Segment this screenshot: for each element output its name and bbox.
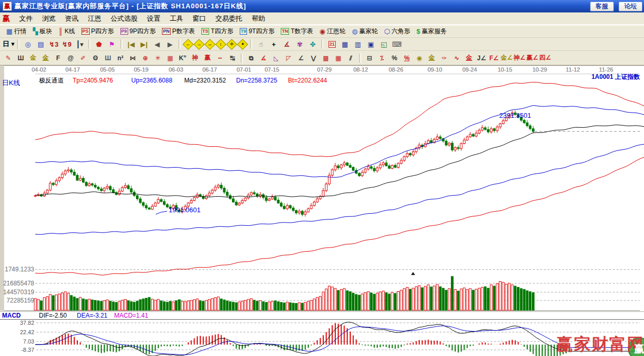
menu-item-gann[interactable]: 江恩 — [83, 13, 106, 24]
toolbar-button-pan-right[interactable]: → — [194, 39, 204, 50]
crosshair-tool-icon[interactable]: + — [267, 39, 280, 50]
gann-knot-icon[interactable]: ✾ — [293, 39, 306, 50]
toolbar-button-zoom-v[interactable]: ↕ — [215, 39, 226, 50]
date-tick-label: 08-26 — [389, 66, 403, 73]
toolbar-button-sectors[interactable]: ▚板块 — [30, 26, 55, 36]
shen-ruler-icon[interactable]: 神 — [189, 52, 201, 64]
si-angle-icon[interactable]: 四∠ — [539, 52, 552, 64]
toolbar-button-winner-service[interactable]: $赢家服务 — [414, 26, 450, 36]
toolbar-button-9t-square[interactable]: T99T四方形 — [237, 26, 278, 36]
menu-item-window[interactable]: 窗口 — [188, 13, 211, 24]
gold-lines-icon[interactable]: 金 — [426, 52, 438, 64]
pen-red-icon[interactable]: ✎ — [2, 52, 15, 64]
9p-square-label: 9P四方形 — [130, 27, 156, 36]
toolbar-button-9p-square[interactable]: P99P四方形 — [117, 26, 159, 36]
menu-item-browse[interactable]: 浏览 — [37, 13, 60, 24]
save-icon[interactable]: ▣ — [364, 39, 377, 50]
period-day-dropdown-icon[interactable]: 日 ▾ — [2, 39, 15, 50]
menu-item-help[interactable]: 帮助 — [247, 13, 270, 24]
wave-tool-icon[interactable]: ∿ — [450, 52, 463, 64]
win-ruler-icon[interactable]: 赢 — [201, 52, 214, 64]
menu-item-tools[interactable]: 工具 — [165, 13, 188, 24]
gold-ruler-1-icon[interactable]: 金 — [27, 52, 39, 64]
gold-ruler-2-icon[interactable]: 金 — [39, 52, 52, 64]
info-board-icon[interactable]: ▤ — [34, 39, 47, 50]
ruler-2-icon[interactable]: Ш — [102, 52, 114, 64]
percent-red-icon[interactable]: ⁒ — [376, 52, 388, 64]
circle-target-icon[interactable]: ⊕ — [139, 52, 152, 64]
menu-item-file[interactable]: 文件 — [15, 13, 37, 24]
toolbar-button-p-square[interactable]: PSP四方形 — [78, 26, 117, 36]
fan-box-icon[interactable]: ◺ — [270, 52, 282, 64]
toolbar-button-zoom-out[interactable]: ✦ — [237, 39, 248, 50]
grid-dense-2-icon[interactable]: ▦ — [332, 52, 345, 64]
toolbar-button-kline[interactable]: ║K线 — [55, 26, 78, 36]
win-angle-icon[interactable]: 赢∠ — [526, 52, 539, 64]
prev-bar-icon[interactable]: ◀ — [150, 39, 163, 50]
k-quote-icon[interactable]: K” — [176, 52, 189, 64]
menu-item-news[interactable]: 资讯 — [60, 13, 83, 24]
toolbar-button-t-number-table[interactable]: TNT数字表 — [278, 26, 316, 36]
span-arrows-icon[interactable]: ↹ — [226, 52, 239, 64]
grid-dense-icon[interactable]: ▩ — [320, 52, 332, 64]
toolbar-button-hexagon[interactable]: ⬡六角形 — [381, 26, 413, 36]
mirror-angle-icon[interactable]: ⋈ — [127, 52, 139, 64]
menu-item-trade[interactable]: 交易委托 — [211, 13, 247, 24]
candle-style-dropdown-icon[interactable]: ┃▾ — [73, 39, 86, 50]
percent-line-icon[interactable]: % — [401, 52, 413, 64]
toolbar-button-p-number-table[interactable]: PNP数字表 — [159, 26, 198, 36]
star-grid-icon[interactable]: ✳ — [152, 52, 164, 64]
toolbar-button-market-quotes[interactable]: ▦行情 — [3, 26, 30, 36]
box-measure-icon[interactable]: ⧉ — [245, 52, 257, 64]
calculator-icon[interactable]: ▦ — [338, 39, 351, 50]
send-screen-icon[interactable]: ◱ — [377, 39, 390, 50]
next-bar-icon[interactable]: ▶ — [163, 39, 176, 50]
flag-marker-icon[interactable]: ⚑ — [105, 39, 118, 50]
toolbar-button-gann-wheel[interactable]: ◉江恩轮 — [317, 26, 349, 36]
region-select-icon[interactable]: ◎ — [21, 39, 34, 50]
gold-circle-icon[interactable]: ◉ — [413, 52, 426, 64]
first-bar-icon[interactable]: |◀ — [125, 39, 138, 50]
percent-icon[interactable]: % — [388, 52, 401, 64]
toolbar-button-calendar-21[interactable]: 21 — [325, 39, 338, 50]
grid-red-icon[interactable]: ▦ — [164, 52, 176, 64]
ink-pen-icon[interactable]: ✑ — [438, 52, 450, 64]
toolbar-button-zoom-in[interactable]: ✛ — [226, 39, 237, 50]
last-bar-icon[interactable]: ▶| — [138, 39, 150, 50]
spiral-icon[interactable]: @ — [64, 52, 77, 64]
toolbar-button-zoom-h[interactable]: ↔ — [204, 39, 215, 50]
chart-canvas[interactable]: 04-0204-1705-0505-1906-0306-1707-0107-15… — [0, 65, 644, 356]
gold-angle-icon[interactable]: 金∠ — [500, 52, 513, 64]
f-ruler-icon[interactable]: F — [52, 52, 64, 64]
menu-item-settings[interactable]: 设置 — [142, 13, 165, 24]
f-angle-icon[interactable]: F∠ — [488, 52, 500, 64]
forum-button[interactable]: 论坛 — [619, 2, 642, 11]
gold-underline-icon[interactable]: 金 — [463, 52, 475, 64]
pen-grid-icon[interactable]: ✐ — [77, 52, 89, 64]
time-circle-icon[interactable]: Θ — [89, 52, 102, 64]
angle-measure-icon[interactable]: ∡ — [280, 39, 293, 50]
cloud-tool-icon[interactable]: ✤ — [306, 39, 319, 50]
scale-box-icon[interactable]: ⊟ — [363, 52, 376, 64]
chart-9-icon[interactable]: ↯9 — [60, 39, 73, 50]
toolbar-button-pan-left[interactable]: ← — [183, 39, 194, 50]
support-button[interactable]: 客服 — [590, 2, 614, 11]
print-icon[interactable]: ⌨ — [390, 39, 403, 50]
ruler-123-icon[interactable]: ┅ — [214, 52, 226, 64]
ruler-ticks-icon[interactable]: Ш — [15, 52, 27, 64]
notes-icon[interactable]: ▥ — [351, 39, 364, 50]
menu-item-formula-pick[interactable]: 公式选股 — [106, 13, 142, 24]
toolbar-button-winner-wheel[interactable]: ◍赢家轮 — [349, 26, 381, 36]
slash-lines-icon[interactable]: ⫽ — [345, 52, 357, 64]
v-wave-icon[interactable]: ⋁ — [307, 52, 320, 64]
shen-angle-icon[interactable]: 神∠ — [513, 52, 526, 64]
chart-3-icon[interactable]: ↯3 — [47, 39, 60, 50]
fan-red-icon[interactable]: ∡ — [257, 52, 270, 64]
toolbar-button-t-square[interactable]: TST四方形 — [198, 26, 237, 36]
fan-grid-icon[interactable]: ◸ — [282, 52, 295, 64]
j-angle-icon[interactable]: J∠ — [475, 52, 488, 64]
angle-lines-icon[interactable]: ∠ — [295, 52, 307, 64]
hand-tool-icon[interactable]: ☝ — [254, 39, 267, 50]
map-region-icon[interactable]: ⬟ — [92, 39, 105, 50]
n-squared-icon[interactable]: n² — [114, 52, 127, 64]
